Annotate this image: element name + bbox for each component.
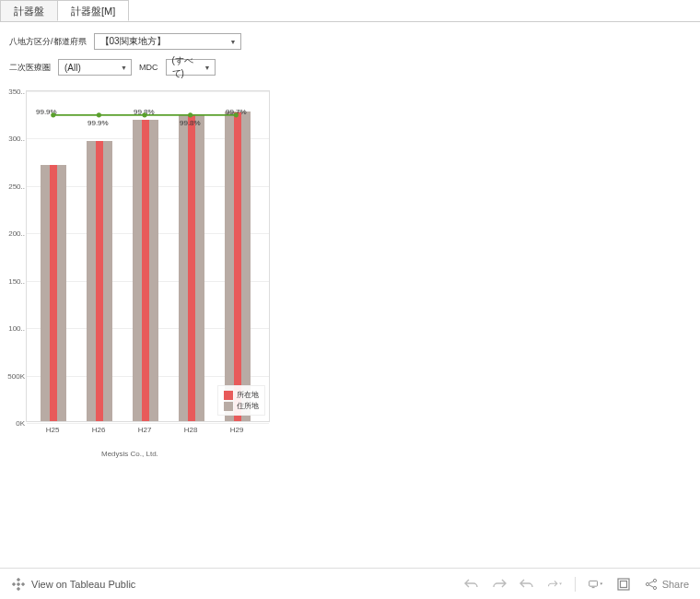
svg-point-20 [653, 579, 656, 581]
percent-label: 99.7% [226, 108, 247, 116]
svg-line-23 [648, 584, 653, 587]
device-dropdown-icon[interactable] [589, 577, 603, 592]
tab-dashboard[interactable]: 計器盤 [0, 0, 58, 21]
legend-swatch-1 [224, 391, 233, 400]
bar-location [142, 120, 149, 421]
bar-location [96, 141, 103, 421]
y-tick-label: 200.. [3, 229, 25, 238]
percent-label: 99.8% [134, 108, 155, 116]
tab-dashboard-m[interactable]: 計器盤[M] [57, 0, 129, 21]
bar-location [234, 112, 241, 421]
share-button[interactable]: Share [644, 577, 689, 592]
y-tick-label: 250.. [3, 182, 25, 190]
x-tick-label: H28 [173, 426, 208, 434]
bottom-toolbar: View on Tableau Public Share [0, 568, 700, 599]
percent-label: 99.9% [88, 119, 109, 127]
region-select[interactable]: 【03関東地方】 [94, 33, 241, 50]
redo-icon[interactable] [492, 577, 507, 592]
x-tick-label: H25 [35, 426, 70, 434]
percent-label: 99.9% [36, 108, 57, 116]
y-tick-label: 500K [3, 371, 25, 380]
tableau-logo-icon [11, 577, 26, 592]
view-on-tableau-label: View on Tableau Public [31, 579, 135, 590]
legend: 所在地 住所地 [217, 385, 265, 416]
mdc-select[interactable]: (すべて) [166, 59, 216, 76]
svg-point-19 [646, 582, 648, 585]
undo-icon[interactable] [464, 577, 479, 592]
secondary-select[interactable]: (All) [58, 59, 132, 76]
y-tick-label: 350.. [3, 88, 25, 96]
legend-label-2: 住所地 [237, 401, 259, 411]
percent-label: 99.8% [180, 119, 201, 127]
bar-chart: 0K500K100..150..200..250..300..350.. 99.… [26, 90, 270, 422]
bar-location [188, 114, 195, 421]
x-axis: H25H26H27H28H29 [26, 426, 270, 437]
toolbar-separator [575, 577, 576, 592]
share-label: Share [662, 579, 689, 590]
tab-bar: 計器盤 計器盤[M] [0, 0, 700, 22]
svg-rect-15 [589, 581, 597, 586]
plot-area: 99.9%99.9%99.8%99.8%99.7% [27, 91, 269, 421]
fullscreen-icon[interactable] [616, 577, 631, 592]
refresh-dropdown-icon[interactable] [547, 577, 562, 592]
filter-panel: 八地方区分/都道府県 【03関東地方】 二次医療圏 (All) MDC (すべて… [0, 22, 700, 90]
y-axis: 0K500K100..150..200..250..300..350.. [3, 91, 25, 421]
secondary-filter-label: 二次医療圏 [9, 62, 51, 74]
bar-location [50, 165, 57, 421]
mdc-filter-label: MDC [139, 63, 158, 72]
x-tick-label: H27 [127, 426, 162, 434]
legend-swatch-2 [224, 402, 233, 411]
y-tick-label: 300.. [3, 135, 25, 143]
x-tick-label: H29 [219, 426, 254, 434]
view-on-tableau-link[interactable]: View on Tableau Public [11, 577, 135, 592]
svg-line-22 [648, 581, 653, 583]
svg-rect-18 [620, 581, 626, 587]
legend-label-1: 所在地 [237, 390, 259, 400]
y-tick-label: 100.. [3, 324, 25, 333]
replay-icon[interactable] [519, 577, 534, 592]
svg-point-21 [653, 586, 656, 589]
region-filter-label: 八地方区分/都道府県 [9, 36, 87, 48]
x-tick-label: H26 [81, 426, 116, 434]
credit-text: Medysis Co., Ltd. [101, 450, 691, 458]
y-tick-label: 150.. [3, 276, 25, 285]
share-icon [644, 577, 659, 592]
y-tick-label: 0K [3, 419, 25, 428]
svg-rect-17 [618, 579, 629, 590]
